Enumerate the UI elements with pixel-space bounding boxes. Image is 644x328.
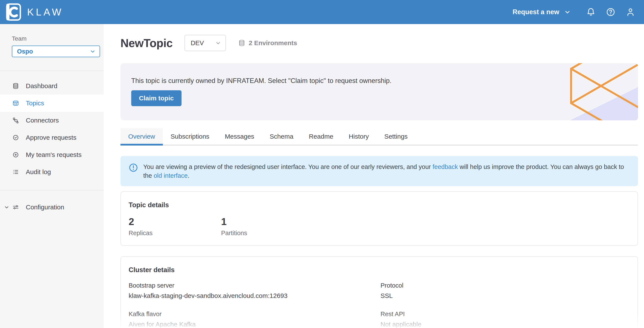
help-button[interactable] bbox=[606, 7, 616, 17]
code-window-icon bbox=[12, 100, 19, 106]
tab-subscriptions[interactable]: Subscriptions bbox=[163, 128, 217, 145]
partitions-label: Partitions bbox=[221, 230, 314, 237]
rest-api-field: Rest API Not applicable bbox=[380, 311, 630, 328]
sidebar-item-my-teams-requests[interactable]: My team's requests bbox=[0, 146, 104, 163]
protocol-field: Protocol SSL bbox=[380, 282, 630, 300]
topic-details-heading: Topic details bbox=[129, 201, 630, 209]
sidebar-item-dashboard[interactable]: Dashboard bbox=[0, 77, 104, 95]
partitions-stat: 1 Partitions bbox=[221, 216, 314, 237]
preview-notice-text: You are viewing a preview of the redesig… bbox=[143, 162, 628, 180]
klaw-logo-link[interactable]: KLAW bbox=[6, 3, 64, 21]
notifications-button[interactable] bbox=[586, 7, 596, 17]
sidebar-item-label: Approve requests bbox=[26, 134, 76, 141]
claim-banner-message: This topic is currently owned by INFRATE… bbox=[131, 76, 638, 85]
sidebar: Team Ospo Dashboard bbox=[0, 24, 104, 328]
list-icon bbox=[12, 169, 19, 175]
sidebar-divider bbox=[0, 190, 104, 190]
chevron-down-icon[interactable] bbox=[4, 204, 10, 210]
bell-icon bbox=[586, 7, 596, 17]
sidebar-item-label: Dashboard bbox=[26, 82, 58, 90]
bootstrap-server-field: Bootstrap server klaw-kafka-staging-dev-… bbox=[129, 282, 380, 300]
sidebar-item-audit-log[interactable]: Audit log bbox=[0, 163, 104, 181]
database-icon bbox=[238, 39, 245, 46]
claim-topic-button[interactable]: Claim topic bbox=[131, 90, 182, 106]
help-icon bbox=[606, 7, 616, 17]
sidebar-item-label: Connectors bbox=[26, 117, 59, 124]
topic-details-card: Topic details 2 Replicas 1 Partitions bbox=[120, 191, 638, 246]
user-menu-button[interactable] bbox=[626, 7, 636, 17]
old-interface-link[interactable]: old interface bbox=[154, 172, 188, 179]
field-label: Protocol bbox=[380, 282, 630, 289]
notice-part-3: . bbox=[188, 172, 189, 179]
plus-circle-icon bbox=[12, 152, 19, 158]
team-select[interactable]: Ospo bbox=[12, 45, 100, 57]
tab-readme[interactable]: Readme bbox=[301, 128, 341, 145]
page-header: NewTopic DEV 2 Environments bbox=[120, 35, 638, 51]
check-circle-icon bbox=[12, 134, 19, 141]
sidebar-item-connectors[interactable]: Connectors bbox=[0, 112, 104, 129]
replicas-label: Replicas bbox=[129, 230, 221, 237]
configuration-label: Configuration bbox=[26, 204, 64, 211]
brand-name: KLAW bbox=[27, 6, 64, 18]
sidebar-item-label: My team's requests bbox=[26, 151, 82, 158]
sidebar-item-configuration[interactable]: Configuration bbox=[0, 199, 104, 216]
environment-select-value: DEV bbox=[190, 39, 204, 47]
environments-count-label: 2 Environments bbox=[249, 39, 297, 47]
top-navigation-bar: KLAW Request a new bbox=[0, 0, 644, 24]
team-select-value: Ospo bbox=[17, 48, 33, 55]
cluster-details-heading: Cluster details bbox=[129, 266, 630, 274]
connector-icon bbox=[12, 117, 19, 124]
team-label: Team bbox=[12, 35, 104, 42]
user-icon bbox=[626, 7, 636, 17]
chevron-down-icon bbox=[215, 40, 221, 46]
tab-messages[interactable]: Messages bbox=[217, 128, 262, 145]
request-a-new-dropdown[interactable]: Request a new bbox=[512, 8, 571, 16]
tab-settings[interactable]: Settings bbox=[377, 128, 415, 145]
field-value: SSL bbox=[380, 292, 630, 300]
notice-part-1: You are viewing a preview of the redesig… bbox=[143, 163, 432, 170]
info-icon bbox=[129, 163, 138, 172]
chevron-down-icon bbox=[564, 8, 571, 15]
sidebar-item-approve-requests[interactable]: Approve requests bbox=[0, 129, 104, 146]
replicas-value: 2 bbox=[129, 216, 221, 227]
preview-notice-banner: You are viewing a preview of the redesig… bbox=[120, 156, 638, 186]
sidebar-item-topics[interactable]: Topics bbox=[0, 95, 104, 112]
sliders-icon bbox=[12, 204, 19, 210]
sidebar-item-label: Topics bbox=[26, 99, 44, 107]
field-label: Kafka flavor bbox=[129, 311, 380, 318]
sidebar-item-label: Audit log bbox=[26, 168, 51, 176]
cluster-details-card: Cluster details Bootstrap server klaw-ka… bbox=[120, 256, 638, 328]
field-value: klaw-kafka-staging-dev-sandbox.aivenclou… bbox=[129, 292, 380, 300]
kafka-flavor-field: Kafka flavor Aiven for Apache Kafka bbox=[129, 311, 380, 328]
environments-count: 2 Environments bbox=[238, 39, 297, 47]
environment-select[interactable]: DEV bbox=[184, 35, 226, 51]
topic-tabs: Overview Subscriptions Messages Schema R… bbox=[120, 128, 638, 146]
claim-topic-banner: This topic is currently owned by INFRATE… bbox=[120, 63, 638, 120]
tab-schema[interactable]: Schema bbox=[262, 128, 301, 145]
feedback-link[interactable]: feedback bbox=[432, 163, 458, 170]
klaw-logo-icon bbox=[6, 3, 22, 21]
replicas-stat: 2 Replicas bbox=[129, 216, 221, 237]
page-title: NewTopic bbox=[120, 36, 172, 50]
tab-overview[interactable]: Overview bbox=[120, 128, 163, 145]
sidebar-menu: Dashboard Topics bbox=[0, 71, 104, 181]
field-value: Aiven for Apache Kafka bbox=[129, 321, 380, 328]
tab-history[interactable]: History bbox=[341, 128, 376, 145]
database-icon bbox=[12, 83, 19, 89]
field-label: Rest API bbox=[380, 311, 630, 318]
partitions-value: 1 bbox=[221, 216, 314, 227]
field-value: Not applicable bbox=[380, 321, 630, 328]
field-label: Bootstrap server bbox=[129, 282, 380, 289]
main-content: NewTopic DEV 2 Environments bbox=[104, 24, 644, 328]
request-a-new-label: Request a new bbox=[512, 8, 559, 16]
chevron-down-icon bbox=[90, 48, 96, 54]
